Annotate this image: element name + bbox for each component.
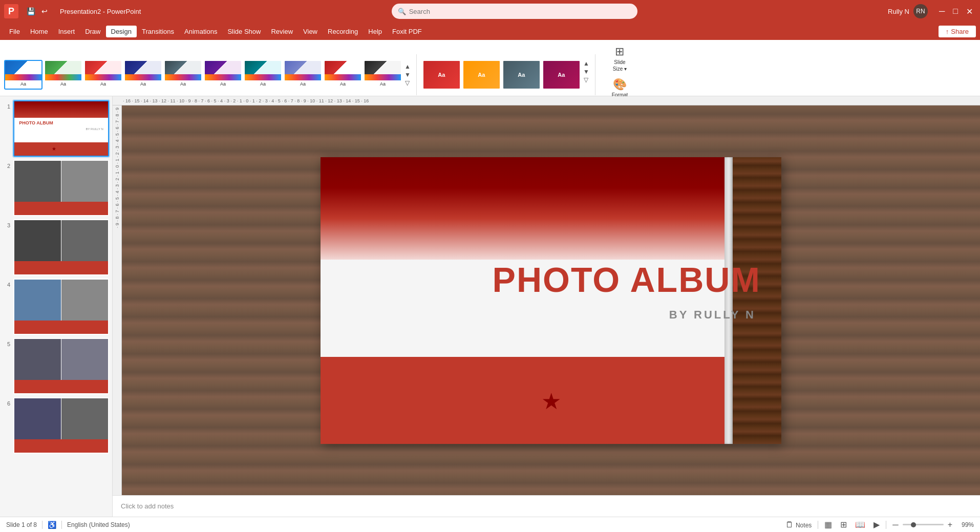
slide-item-2[interactable]: 2 [3, 160, 109, 216]
themes-scroll: ▲ ▼ ▽ [404, 63, 411, 87]
theme-2[interactable]: Aa [44, 60, 82, 90]
theme-4[interactable]: Aa [124, 60, 162, 90]
notes-placeholder[interactable]: Click to add notes [121, 502, 174, 510]
theme-9[interactable]: Aa [324, 60, 362, 90]
variants-scroll-down[interactable]: ▼ [583, 68, 589, 75]
notes-area[interactable]: Click to add notes [113, 495, 980, 517]
menu-draw[interactable]: Draw [80, 26, 105, 37]
slide-item-4[interactable]: 4 [3, 279, 109, 335]
search-input[interactable] [409, 8, 631, 15]
menu-design[interactable]: Design [106, 26, 137, 37]
menu-file[interactable]: File [4, 26, 25, 37]
theme-1[interactable]: Aa [4, 60, 42, 90]
menu-recording[interactable]: Recording [323, 26, 363, 37]
slide-thumb-3[interactable] [13, 219, 109, 275]
theme-3-label: Aa [85, 81, 121, 87]
slide-item-6[interactable]: 6 [3, 397, 109, 454]
zoom-control[interactable]: ─ + 99% [890, 519, 974, 530]
theme-10[interactable]: Aa [364, 60, 402, 90]
menu-help[interactable]: Help [363, 26, 387, 37]
slideshow-button[interactable]: ▶ [871, 519, 882, 530]
slide-thumb-6[interactable] [13, 397, 109, 454]
menu-animations[interactable]: Animations [179, 26, 222, 37]
share-button[interactable]: ↑ Share [939, 26, 976, 37]
thumb-content-1: PHOTO ALBUM BY RULLY N ★ [14, 101, 108, 156]
menu-foxit[interactable]: Foxit PDF [387, 26, 427, 37]
themes-expand[interactable]: ▽ [404, 79, 411, 87]
slide-size-label: Slide [614, 59, 625, 65]
status-right: 🗒 Notes ▦ ⊞ 📖 ▶ ─ + 99% [783, 519, 974, 530]
theme-9-label: Aa [325, 81, 361, 87]
menu-home[interactable]: Home [25, 26, 53, 37]
theme-5[interactable]: Aa [164, 60, 202, 90]
thumb-content-5 [14, 339, 108, 393]
themes-scroll-up[interactable]: ▲ [404, 63, 411, 70]
user-avatar[interactable]: RN [913, 4, 928, 18]
slide-num-6: 6 [3, 400, 10, 407]
search-icon: 🔍 [398, 8, 406, 15]
minimize-button[interactable]: ─ [936, 6, 948, 17]
notes-label: Notes [796, 522, 812, 529]
theme-3[interactable]: Aa [84, 60, 122, 90]
themes-scroll-down[interactable]: ▼ [404, 71, 411, 78]
thumb-content-3 [14, 220, 108, 274]
slide-canvas[interactable]: PHOTO ALBUM BY RULLY N ★ [122, 105, 980, 495]
menu-transitions[interactable]: Transitions [137, 26, 179, 37]
variant-1[interactable]: Aa [422, 60, 461, 90]
menu-review[interactable]: Review [266, 26, 298, 37]
slide-title: PHOTO ALBUM [493, 260, 761, 300]
theme-8[interactable]: Aa [284, 60, 322, 90]
slide-num-2: 2 [3, 163, 10, 169]
slide-main[interactable]: PHOTO ALBUM BY RULLY N ★ [321, 157, 781, 444]
slide-num-5: 5 [3, 341, 10, 347]
slide-size-label2: Size ▾ [613, 66, 627, 72]
notes-button[interactable]: 🗒 Notes [783, 519, 814, 530]
title-bar-left: P 💾 ↩ Presentation2 - PowerPoint [4, 4, 141, 18]
slide-sorter-button[interactable]: ⊞ [838, 519, 849, 530]
variants-scroll: ▲ ▼ ▽ [583, 60, 589, 83]
variant-2[interactable]: Aa [462, 60, 501, 90]
language: English (United States) [67, 521, 130, 528]
slide-content[interactable]: PHOTO ALBUM BY RULLY N ★ [321, 157, 781, 444]
slide-panel[interactable]: 1 PHOTO ALBUM BY RULLY N ★ 2 [0, 96, 113, 517]
close-button[interactable]: ✕ [963, 6, 976, 17]
undo-icon[interactable]: ↩ [39, 6, 50, 16]
variant-4[interactable]: Aa [542, 60, 581, 90]
menu-view[interactable]: View [298, 26, 323, 37]
ruler-h-marks: · 16 · 15 · 14 · 13 · 12 · 11 · 10 · 9 ·… [123, 98, 369, 103]
app-logo: P [4, 4, 18, 18]
reading-view-button[interactable]: 📖 [853, 519, 867, 530]
search-box[interactable]: 🔍 [392, 4, 637, 19]
theme-5-label: Aa [165, 81, 201, 87]
slide-thumb-2[interactable] [13, 160, 109, 216]
zoom-slider[interactable] [903, 524, 944, 525]
restore-button[interactable]: □ [950, 6, 961, 17]
slide-thumb-1[interactable]: PHOTO ALBUM BY RULLY N ★ [13, 100, 109, 157]
slide-thumb-5[interactable] [13, 338, 109, 394]
theme-7[interactable]: Aa [244, 60, 282, 90]
slide-top-gradient [321, 157, 730, 260]
accessibility-icon[interactable]: ♿ [48, 521, 56, 529]
slide-right-border [725, 157, 733, 444]
slide-size-button[interactable]: ⊞ Slide Size ▾ [603, 43, 636, 74]
zoom-in-button[interactable]: + [946, 519, 954, 530]
theme-6-label: Aa [205, 81, 241, 87]
normal-view-button[interactable]: ▦ [822, 519, 834, 530]
slide-item-3[interactable]: 3 [3, 219, 109, 275]
slide-thumb-4[interactable] [13, 279, 109, 335]
menu-slideshow[interactable]: Slide Show [222, 26, 266, 37]
zoom-out-button[interactable]: ─ [890, 519, 900, 530]
notes-icon: 🗒 [785, 520, 794, 529]
slide-subtitle: BY RULLY N [669, 308, 756, 322]
ruler-v-container: · 9 · 8 · 7 · 6 · 5 · 4 · 3 · 2 · 1 · 0 … [113, 105, 980, 495]
save-icon[interactable]: 💾 [25, 6, 37, 16]
slide-item-5[interactable]: 5 [3, 338, 109, 394]
variants-expand[interactable]: ▽ [583, 76, 589, 83]
variants-scroll-up[interactable]: ▲ [583, 60, 589, 67]
slide-item-1[interactable]: 1 PHOTO ALBUM BY RULLY N ★ [3, 100, 109, 157]
ruler-horizontal: · 16 · 15 · 14 · 13 · 12 · 11 · 10 · 9 ·… [113, 96, 980, 105]
menu-insert[interactable]: Insert [53, 26, 80, 37]
theme-6[interactable]: Aa [204, 60, 242, 90]
variant-3[interactable]: Aa [502, 60, 541, 90]
zoom-level: 99% [956, 521, 974, 528]
